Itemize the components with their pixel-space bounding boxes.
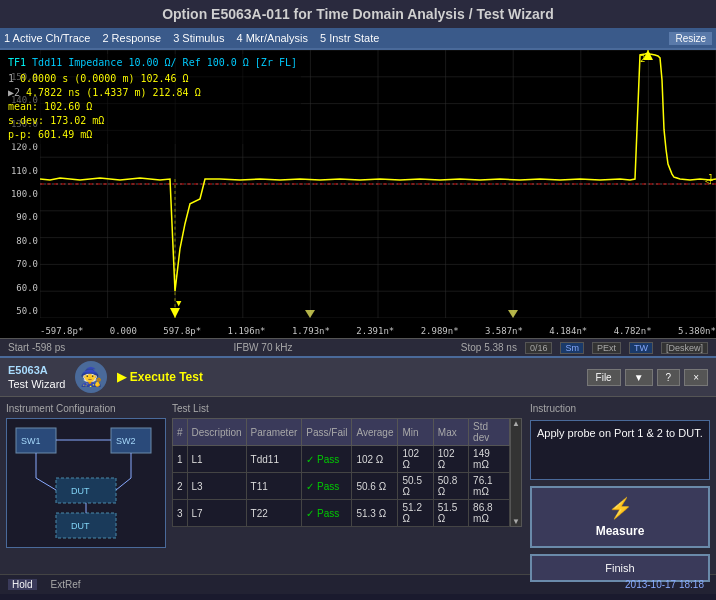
cell-desc: L1 <box>187 446 246 473</box>
cell-status: Pass <box>302 473 352 500</box>
cell-avg: 51.3 Ω <box>352 500 398 527</box>
trace-info: TF1 Tdd11 Impedance 10.00 Ω/ Ref 100.0 Ω… <box>4 54 301 144</box>
page-indicator: 0/16 <box>525 342 553 354</box>
trace-label: Tdd11 Impedance 10.00 Ω/ Ref 100.0 Ω [Zr… <box>32 57 297 68</box>
test-scrollbar[interactable]: ▲ ▼ <box>510 418 522 527</box>
cell-std: 76.1 mΩ <box>469 473 510 500</box>
col-num: # <box>173 419 188 446</box>
col-avg: Average <box>352 419 398 446</box>
svg-text:DUT: DUT <box>71 521 90 531</box>
menu-item-mkr[interactable]: 4 Mkr/Analysis <box>236 32 308 44</box>
cell-desc: L3 <box>187 473 246 500</box>
svg-text:▼: ▼ <box>176 298 182 308</box>
svg-marker-33 <box>508 310 518 318</box>
cell-status: Pass <box>302 500 352 527</box>
x-label-1: 0.000 <box>110 326 137 336</box>
config-diagram-svg: SW1 SW2 DUT DUT <box>11 423 161 543</box>
menu-item-stimulus[interactable]: 3 Stimulus <box>173 32 224 44</box>
title-bar: Option E5063A-011 for Time Domain Analys… <box>0 0 716 28</box>
col-max: Max <box>433 419 468 446</box>
mode-sm: Sm <box>560 342 584 354</box>
instruction-text: Apply probe on Port 1 & 2 to DUT. <box>530 420 710 480</box>
col-desc: Description <box>187 419 246 446</box>
execute-button[interactable]: ▶ Execute Test <box>117 370 202 384</box>
cell-avg: 50.6 Ω <box>352 473 398 500</box>
test-list-title: Test List <box>172 403 524 414</box>
y-label-80: 80.0 <box>2 236 38 246</box>
instrument-config: Instrument Configuration SW1 SW2 DU <box>6 403 166 582</box>
cell-param: T22 <box>246 500 302 527</box>
chart-ifbw: IFBW 70 kHz <box>85 342 441 353</box>
trace-header: TF1 Tdd11 Impedance 10.00 Ω/ Ref 100.0 Ω… <box>8 56 297 70</box>
cell-desc: L7 <box>187 500 246 527</box>
y-label-110: 110.0 <box>2 166 38 176</box>
menu-item-ch-trace[interactable]: 1 Active Ch/Trace <box>4 32 90 44</box>
dropdown-button[interactable]: ▼ <box>625 369 653 386</box>
config-diagram: SW1 SW2 DUT DUT <box>6 418 166 548</box>
mode-tw: TW <box>629 342 653 354</box>
svg-text:1: 1 <box>708 173 713 183</box>
y-label-50: 50.0 <box>2 306 38 316</box>
marker1-info: 1 0.0000 s (0.0000 m) 102.46 Ω <box>8 72 297 86</box>
file-button[interactable]: File <box>587 369 621 386</box>
x-axis: -597.8p* 0.000 597.8p* 1.196n* 1.793n* 2… <box>40 326 716 336</box>
svg-text:SW1: SW1 <box>21 436 41 446</box>
bottom-panel: E5063A Test Wizard 🧙 ▶ Execute Test File… <box>0 356 716 574</box>
chart-status-right: Stop 5.38 ns 0/16 Sm PExt TW [Deskew] <box>461 342 708 354</box>
extref-indicator: ExtRef <box>47 579 85 590</box>
marker2-info: ▶2 4.7822 ns (1.4337 m) 212.84 Ω <box>8 86 297 100</box>
test-list-area: Test List # Description Parameter Pass/F… <box>172 403 524 582</box>
svg-text:SW2: SW2 <box>116 436 136 446</box>
app-title: Option E5063A-011 for Time Domain Analys… <box>162 6 554 22</box>
scroll-down-arrow[interactable]: ▼ <box>511 517 521 526</box>
table-row[interactable]: 3 L7 T22 Pass 51.3 Ω 51.2 Ω 51.5 Ω 86.8 … <box>173 500 510 527</box>
help-button[interactable]: ? <box>657 369 681 386</box>
cell-avg: 102 Ω <box>352 446 398 473</box>
resize-button[interactable]: Resize <box>669 32 712 45</box>
svg-text:2: 2 <box>640 54 645 64</box>
close-button[interactable]: × <box>684 369 708 386</box>
x-label-10: 5.380n* <box>678 326 716 336</box>
menu-bar: 1 Active Ch/Trace 2 Response 3 Stimulus … <box>0 28 716 48</box>
x-label-6: 2.989n* <box>421 326 459 336</box>
cell-min: 102 Ω <box>398 446 433 473</box>
x-label-8: 4.184n* <box>549 326 587 336</box>
scroll-up-arrow[interactable]: ▲ <box>511 419 521 428</box>
cell-std: 149 mΩ <box>469 446 510 473</box>
cell-param: T11 <box>246 473 302 500</box>
measure-icon: ⚡ <box>608 496 633 520</box>
col-param: Parameter <box>246 419 302 446</box>
svg-line-44 <box>116 478 131 490</box>
test-table: # Description Parameter Pass/Fail Averag… <box>172 418 510 527</box>
cell-max: 51.5 Ω <box>433 500 468 527</box>
chart-stop: Stop 5.38 ns <box>461 342 517 353</box>
measure-button[interactable]: ⚡ Measure <box>530 486 710 548</box>
menu-item-instr[interactable]: 5 Instr State <box>320 32 379 44</box>
cell-num: 3 <box>173 500 188 527</box>
col-status: Pass/Fail <box>302 419 352 446</box>
app-name-label: E5063A <box>8 363 65 377</box>
cell-num: 2 <box>173 473 188 500</box>
x-label-9: 4.782n* <box>614 326 652 336</box>
x-label-3: 1.196n* <box>228 326 266 336</box>
stat-pp: p-p: 601.49 mΩ <box>8 128 297 142</box>
svg-marker-32 <box>305 310 315 318</box>
x-label-2: 597.8p* <box>163 326 201 336</box>
measure-label: Measure <box>596 524 645 538</box>
chart-status-bar: Start -598 ps IFBW 70 kHz Stop 5.38 ns 0… <box>0 338 716 356</box>
table-row[interactable]: 2 L3 T11 Pass 50.6 Ω 50.5 Ω 50.8 Ω 76.1 … <box>173 473 510 500</box>
wizard-title-label: Test Wizard <box>8 377 65 391</box>
cell-min: 51.2 Ω <box>398 500 433 527</box>
mode-deskew: [Deskew] <box>661 342 708 354</box>
panel-header: E5063A Test Wizard 🧙 ▶ Execute Test File… <box>0 358 716 397</box>
hold-indicator: Hold <box>8 579 37 590</box>
instrument-config-title: Instrument Configuration <box>6 403 166 414</box>
stat-mean: mean: 102.60 Ω <box>8 100 297 114</box>
finish-button[interactable]: Finish <box>530 554 710 582</box>
menu-item-response[interactable]: 2 Response <box>102 32 161 44</box>
svg-text:DUT: DUT <box>71 486 90 496</box>
x-label-5: 2.391n* <box>356 326 394 336</box>
panel-header-right: File ▼ ? × <box>587 369 708 386</box>
table-row[interactable]: 1 L1 Tdd11 Pass 102 Ω 102 Ω 102 Ω 149 mΩ <box>173 446 510 473</box>
instruction-title: Instruction <box>530 403 710 414</box>
